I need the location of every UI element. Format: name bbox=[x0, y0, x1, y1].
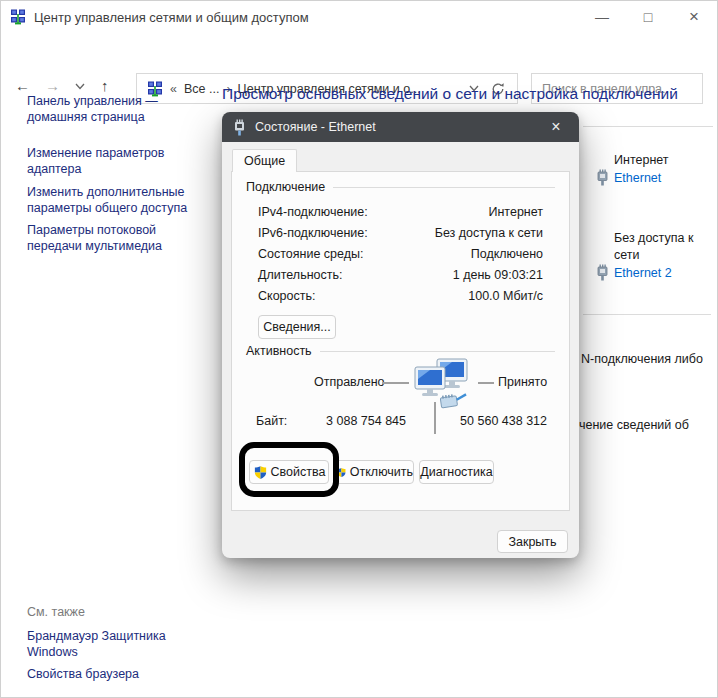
partial-text-vpn: N-подключения либо bbox=[581, 352, 703, 366]
ethernet-status-dialog: Состояние - Ethernet × Общие Подключение… bbox=[222, 112, 579, 558]
ethernet2-link[interactable]: Ethernet 2 bbox=[614, 266, 672, 280]
row-label: Состояние среды: bbox=[258, 247, 363, 261]
page-title: Просмотр основных сведений о сети и наст… bbox=[222, 85, 712, 103]
close-dialog-button-label: Закрыть bbox=[508, 535, 556, 549]
connection-row: Длительность: 1 день 09:03:21 bbox=[258, 268, 543, 282]
disable-button[interactable]: Отключить bbox=[335, 460, 414, 484]
window-controls: — □ × bbox=[579, 1, 718, 33]
connection-row: Состояние среды: Подключено bbox=[258, 247, 543, 261]
network-status-label: Без доступа к сети bbox=[614, 230, 716, 264]
connection-row: Скорость: 100.0 Мбит/с bbox=[258, 289, 543, 303]
details-button[interactable]: Сведения... bbox=[258, 315, 336, 339]
ethernet-link[interactable]: Ethernet bbox=[614, 171, 661, 185]
connection-row: IPv4-подключение: Интернет bbox=[258, 205, 543, 219]
maximize-button[interactable]: □ bbox=[625, 9, 671, 25]
sidebar-item-defender-firewall[interactable]: Брандмауэр Защитника Windows bbox=[27, 628, 212, 660]
row-value: Интернет bbox=[488, 205, 543, 219]
row-label: Скорость: bbox=[258, 289, 315, 303]
dialog-tab-panel: Подключение IPv4-подключение: Интернет I… bbox=[231, 171, 570, 511]
uac-shield-icon bbox=[253, 465, 268, 480]
sidebar-item-media-streaming[interactable]: Параметры потоковой передачи мультимедиа bbox=[27, 222, 212, 254]
window-titlebar: Центр управления сетями и общим доступом… bbox=[1, 1, 718, 33]
see-also-header: См. также bbox=[27, 605, 85, 619]
sent-label: Отправлено bbox=[314, 375, 385, 389]
close-button[interactable]: × bbox=[671, 7, 717, 27]
close-dialog-button[interactable]: Закрыть bbox=[497, 530, 568, 553]
window-title: Центр управления сетями и общим доступом bbox=[34, 10, 309, 25]
row-label: Длительность: bbox=[258, 268, 343, 282]
minimize-button[interactable]: — bbox=[579, 9, 625, 25]
history-chevron-icon[interactable] bbox=[75, 83, 85, 90]
network-center-icon bbox=[10, 9, 26, 25]
dialog-title: Состояние - Ethernet bbox=[255, 120, 376, 134]
network-sharing-center-window: Центр управления сетями и общим доступом… bbox=[0, 0, 718, 698]
back-icon[interactable]: ← bbox=[15, 77, 30, 94]
group-divider bbox=[333, 187, 555, 188]
bytes-separator bbox=[434, 402, 436, 434]
dialog-close-button[interactable]: × bbox=[534, 112, 578, 142]
section-divider-middle bbox=[583, 314, 711, 315]
section-divider-top bbox=[583, 126, 713, 127]
diagnose-button-label: Диагностика bbox=[420, 465, 492, 479]
sent-dash bbox=[382, 382, 409, 384]
row-value: 100.0 Мбит/с bbox=[468, 289, 543, 303]
disable-button-label: Отключить bbox=[350, 465, 413, 479]
row-value: Подключено bbox=[471, 247, 543, 261]
bytes-label: Байт: bbox=[256, 414, 287, 428]
row-value: 1 день 09:03:21 bbox=[453, 268, 543, 282]
ethernet-plug-icon bbox=[233, 119, 246, 136]
sidebar-item-sharing-settings[interactable]: Изменить дополнительные параметры общего… bbox=[27, 184, 212, 216]
connection-group-label: Подключение bbox=[246, 180, 325, 194]
forward-icon[interactable]: → bbox=[45, 77, 60, 94]
row-label: IPv4-подключение: bbox=[258, 205, 368, 219]
row-label: IPv6-подключение: bbox=[258, 226, 368, 240]
up-icon[interactable]: ↑ bbox=[101, 77, 109, 94]
row-value: Без доступа к сети bbox=[435, 226, 543, 240]
partial-text-info: чение сведений об bbox=[579, 418, 689, 432]
activity-group-label: Активность bbox=[246, 344, 312, 358]
navigation-toolbar: ← → ↑ « Все ... › Центр управления сетям… bbox=[1, 33, 718, 73]
dialog-titlebar[interactable]: Состояние - Ethernet × bbox=[222, 112, 579, 142]
diagnose-button[interactable]: Диагностика bbox=[419, 460, 494, 484]
sidebar-item-adapter-settings[interactable]: Изменение параметров адаптера bbox=[27, 145, 212, 177]
sidebar-item-browser-properties[interactable]: Свойства браузера bbox=[27, 666, 212, 682]
connection-row: IPv6-подключение: Без доступа к сети bbox=[258, 226, 543, 240]
activity-group-header: Активность bbox=[246, 344, 555, 358]
ethernet-plug-icon bbox=[596, 264, 609, 281]
received-label: Принято bbox=[498, 375, 547, 389]
sidebar-item-control-panel-home[interactable]: Панель управления — домашняя страница bbox=[27, 93, 212, 125]
connection-group-header: Подключение bbox=[246, 180, 555, 194]
uac-shield-icon bbox=[336, 465, 347, 480]
received-dash bbox=[478, 382, 494, 384]
network-status-label: Интернет bbox=[614, 153, 669, 167]
properties-button-label: Свойства bbox=[271, 465, 326, 479]
bytes-sent-value: 3 088 754 845 bbox=[312, 414, 406, 428]
computers-activity-icon bbox=[410, 358, 474, 412]
ethernet-plug-icon bbox=[596, 169, 609, 186]
properties-button[interactable]: Свойства bbox=[249, 460, 329, 484]
group-divider bbox=[320, 351, 555, 352]
tab-general[interactable]: Общие bbox=[232, 149, 297, 172]
bytes-received-value: 50 560 438 312 bbox=[444, 414, 547, 428]
